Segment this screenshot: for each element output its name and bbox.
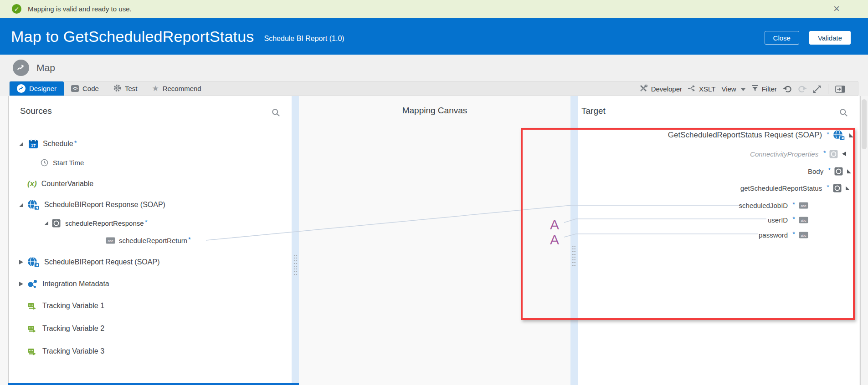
abc-string-icon: abc bbox=[799, 232, 808, 238]
panel-toggle-icon bbox=[835, 86, 845, 93]
required-marker: * bbox=[823, 149, 826, 157]
canvas-target-splitter[interactable] bbox=[570, 96, 578, 385]
expanded-triangle-icon[interactable] bbox=[44, 221, 48, 225]
target-row-getscheduledreportstatus[interactable]: getScheduledReportStatus * bbox=[740, 182, 850, 194]
source-row-integration-metadata[interactable]: Integration Metadata bbox=[19, 278, 109, 290]
expanded-triangle-icon[interactable] bbox=[846, 186, 850, 190]
gear-icon bbox=[113, 84, 121, 93]
validate-button[interactable]: Validate bbox=[809, 31, 851, 45]
xslt-branch-icon bbox=[688, 85, 696, 93]
required-marker: * bbox=[828, 166, 831, 174]
view-label: View bbox=[721, 85, 736, 93]
expand-canvas-button[interactable] bbox=[813, 85, 821, 93]
object-icon bbox=[52, 219, 61, 228]
code-icon bbox=[71, 85, 79, 92]
developer-label: Developer bbox=[651, 85, 682, 93]
source-row-countervariable[interactable]: (x) CounterVariable bbox=[27, 177, 93, 190]
required-marker: * bbox=[827, 130, 829, 138]
breadcrumb: Map bbox=[36, 62, 55, 73]
view-menu[interactable]: View bbox=[721, 85, 745, 93]
splitter-grip-right[interactable] bbox=[572, 245, 576, 266]
notification-close-icon[interactable]: × bbox=[833, 3, 840, 15]
annotation-a-userid[interactable]: A bbox=[550, 218, 559, 232]
collapsed-triangle-icon[interactable] bbox=[19, 282, 23, 286]
source-row-schedule[interactable]: 17 Schedule * bbox=[19, 137, 77, 150]
sources-title-rule bbox=[20, 124, 282, 124]
object-icon bbox=[834, 167, 843, 176]
target-title: Target bbox=[581, 106, 606, 116]
source-row-tracking-variable-1[interactable]: Tracking Variable 1 bbox=[28, 299, 104, 312]
undo-button[interactable] bbox=[783, 85, 792, 93]
source-row-schedulereportresponse[interactable]: scheduleReportResponse * bbox=[44, 217, 147, 229]
target-label: password bbox=[759, 231, 788, 239]
tab-test[interactable]: Test bbox=[106, 81, 145, 96]
soap-globe-icon bbox=[27, 199, 40, 211]
target-label: scheduledJobID bbox=[739, 202, 788, 209]
source-row-tracking-variable-2[interactable]: Tracking Variable 2 bbox=[28, 322, 104, 335]
toggle-panel-button[interactable] bbox=[835, 86, 845, 93]
target-label: GetScheduledReportStatus Request (SOAP) bbox=[668, 131, 822, 140]
source-row-start-time[interactable]: Start Time bbox=[41, 156, 84, 169]
expanded-triangle-icon[interactable] bbox=[847, 169, 851, 173]
target-row-scheduledjobid[interactable]: scheduledJobID * abc bbox=[739, 199, 808, 212]
svg-text:abc: abc bbox=[108, 238, 113, 243]
source-label: ScheduleBIReport Request (SOAP) bbox=[44, 258, 159, 266]
sources-canvas-splitter[interactable] bbox=[292, 96, 299, 385]
target-row-userid[interactable]: userID * abc bbox=[768, 213, 808, 226]
source-row-tracking-variable-3[interactable]: Tracking Variable 3 bbox=[28, 345, 104, 358]
svg-text:17: 17 bbox=[31, 143, 36, 148]
notification-message: Mapping is valid and ready to use. bbox=[28, 5, 132, 13]
source-row-schedulebireport-request[interactable]: ScheduleBIReport Request (SOAP) bbox=[19, 256, 159, 268]
target-search-icon[interactable] bbox=[839, 108, 848, 117]
redo-button[interactable] bbox=[798, 85, 807, 93]
object-icon bbox=[833, 184, 842, 192]
abc-string-icon: abc bbox=[799, 202, 808, 209]
tab-code[interactable]: Code bbox=[64, 81, 106, 96]
scrollbar-thumb[interactable] bbox=[862, 99, 867, 149]
calendar-icon: 17 bbox=[28, 139, 38, 149]
source-row-schedulebireport-response[interactable]: ScheduleBIReport Response (SOAP) bbox=[19, 198, 165, 211]
target-label: ConnectivityProperties bbox=[750, 150, 818, 158]
tab-designer-label: Designer bbox=[29, 85, 56, 92]
filter-button[interactable]: Filter bbox=[751, 85, 777, 93]
map-icon bbox=[13, 60, 29, 76]
svg-text:abc: abc bbox=[801, 233, 806, 237]
expanded-triangle-icon[interactable] bbox=[19, 142, 23, 146]
sources-search-icon[interactable] bbox=[272, 108, 281, 117]
target-row-connectivityproperties[interactable]: ConnectivityProperties * bbox=[750, 147, 846, 160]
source-label: scheduleReportResponse bbox=[65, 219, 144, 227]
clock-icon bbox=[41, 159, 48, 167]
target-row-getscheduledreportstatus-request[interactable]: GetScheduledReportStatus Request (SOAP) … bbox=[668, 129, 853, 142]
tab-recommend-label: Recommend bbox=[163, 85, 201, 92]
target-row-body[interactable]: Body * bbox=[808, 165, 851, 177]
annotation-a-password[interactable]: A bbox=[550, 233, 559, 247]
abc-string-icon: abc bbox=[106, 237, 115, 244]
collapsed-triangle-icon[interactable] bbox=[19, 260, 23, 264]
source-label: Integration Metadata bbox=[42, 280, 109, 288]
required-marker: * bbox=[792, 215, 795, 223]
xslt-toggle[interactable]: XSLT bbox=[688, 85, 715, 93]
expanded-triangle-icon[interactable] bbox=[19, 203, 23, 207]
xslt-label: XSLT bbox=[699, 85, 715, 93]
source-label: Start Time bbox=[53, 159, 84, 167]
source-row-schedulereportreturn[interactable]: abc scheduleReportReturn * bbox=[106, 234, 191, 247]
source-label: Schedule bbox=[43, 140, 73, 148]
page-subtitle: Schedule BI Report (1.0) bbox=[264, 35, 344, 43]
developer-toggle[interactable]: Developer bbox=[640, 85, 682, 93]
svg-text:abc: abc bbox=[801, 203, 806, 208]
sources-bottom-scroll-edge bbox=[8, 383, 299, 385]
tab-recommend[interactable]: ★ Recommend bbox=[144, 81, 208, 96]
close-button[interactable]: Close bbox=[765, 31, 799, 45]
svg-text:abc: abc bbox=[801, 218, 806, 222]
target-row-password[interactable]: password * abc bbox=[759, 228, 808, 241]
tab-toolbar-row: Designer Code Test ★ Recommend bbox=[0, 81, 868, 96]
expanded-triangle-icon[interactable] bbox=[849, 133, 853, 137]
tab-designer[interactable]: Designer bbox=[10, 81, 64, 96]
collapsed-triangle-icon[interactable] bbox=[842, 152, 846, 156]
source-label: scheduleReportReturn bbox=[119, 237, 187, 244]
tracking-variable-icon bbox=[28, 348, 38, 355]
filter-funnel-icon bbox=[751, 85, 759, 93]
required-marker: * bbox=[792, 230, 795, 238]
required-marker: * bbox=[188, 235, 191, 243]
splitter-grip-left[interactable] bbox=[293, 254, 298, 275]
